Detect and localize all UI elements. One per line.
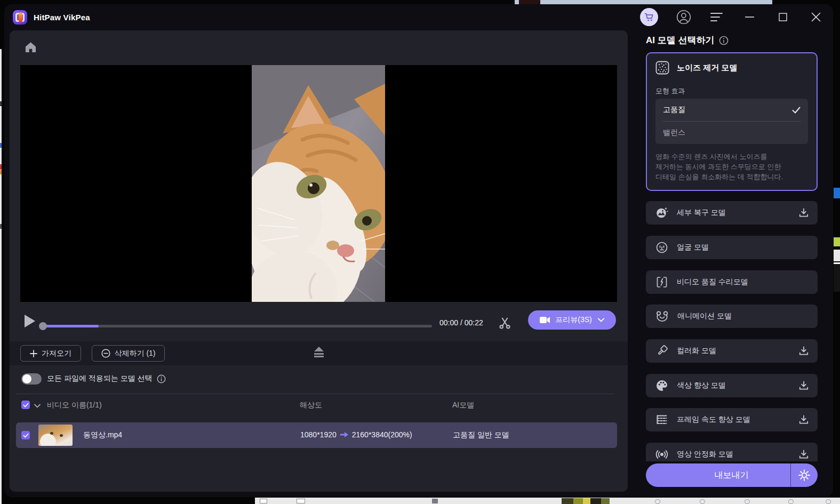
model-item-video-repair[interactable]: 비디오 품질 수리모델 bbox=[646, 270, 818, 294]
model-item-detail-restore[interactable]: 세부 복구 모델 bbox=[646, 201, 818, 225]
background-artifact bbox=[0, 224, 2, 229]
animation-bear-icon bbox=[655, 310, 669, 323]
background-artifact bbox=[260, 499, 267, 503]
detail-restore-icon bbox=[655, 206, 668, 219]
file-name: 동영상.mp4 bbox=[83, 430, 122, 440]
download-icon[interactable] bbox=[798, 449, 809, 460]
export-button[interactable]: 내보내기 bbox=[646, 463, 818, 487]
effect-option-label: 고품질 bbox=[663, 105, 685, 115]
effect-select: 고품질 밸런스 bbox=[655, 99, 808, 144]
delete-button[interactable]: 삭제하기 (1) bbox=[92, 345, 165, 362]
download-icon[interactable] bbox=[798, 346, 809, 356]
minimize-icon bbox=[745, 16, 755, 18]
sidebar-title: AI 모델 선택하기 bbox=[646, 34, 714, 46]
plus-icon bbox=[30, 350, 37, 357]
progress-handle[interactable] bbox=[39, 322, 47, 330]
model-item-label: 색상 향상 모델 bbox=[677, 381, 798, 390]
background-artifact bbox=[0, 143, 2, 148]
background-artifact bbox=[700, 499, 705, 504]
store-cart-button[interactable] bbox=[640, 8, 658, 26]
background-strip-top bbox=[515, 0, 772, 4]
download-icon[interactable] bbox=[798, 380, 809, 391]
background-artifact bbox=[590, 498, 601, 504]
background-artifact bbox=[297, 499, 305, 503]
video-frame-cat bbox=[252, 65, 385, 302]
video-camera-icon bbox=[540, 316, 550, 324]
app-window: HitPaw VikPea bbox=[4, 4, 833, 497]
model-effect-label: 모형 효과 bbox=[655, 86, 685, 96]
import-button[interactable]: 가져오기 bbox=[20, 345, 81, 362]
effect-option-balance[interactable]: 밸런스 bbox=[655, 122, 808, 144]
apply-all-toggle[interactable] bbox=[21, 373, 42, 385]
delete-button-label: 삭제하기 (1) bbox=[115, 349, 156, 358]
selected-model-card[interactable]: 노이즈 제거 모델 모형 효과 고품질 밸런스 영화 수준의 렌즈 사진에서 노… bbox=[646, 52, 818, 191]
model-description: 영화 수준의 렌즈 사진에서 노이즈를 제거하는 동시에 과도한 스무딩으로 인… bbox=[655, 151, 810, 182]
app-title: HitPaw VikPea bbox=[34, 13, 90, 22]
minimize-button[interactable] bbox=[742, 10, 757, 25]
background-artifact bbox=[834, 188, 840, 198]
background-artifact bbox=[519, 0, 540, 4]
background-artifact bbox=[745, 499, 750, 504]
palette-icon bbox=[655, 379, 668, 392]
model-item-frame-rate[interactable]: 프레임 속도 향상 모델 bbox=[646, 408, 818, 431]
model-item-label: 세부 복구 모델 bbox=[677, 208, 798, 218]
expand-rows-chevron[interactable] bbox=[34, 404, 41, 408]
model-item-face[interactable]: 얼굴 모델 bbox=[646, 236, 818, 259]
time-display: 00:00 / 00:22 bbox=[439, 318, 483, 327]
info-icon[interactable] bbox=[719, 36, 729, 45]
download-icon[interactable] bbox=[798, 207, 809, 218]
background-artifact bbox=[826, 499, 831, 504]
model-item-colorize[interactable]: 컬러화 모델 bbox=[646, 339, 818, 363]
cart-icon bbox=[644, 12, 654, 22]
column-header-name: 비디오 이름(1/1) bbox=[47, 401, 102, 410]
export-settings-button[interactable] bbox=[790, 463, 818, 487]
preview-button[interactable]: 프리뷰(3S) bbox=[528, 310, 616, 330]
play-button[interactable] bbox=[23, 314, 36, 329]
row-checkbox[interactable] bbox=[21, 431, 30, 439]
preview-button-label: 프리뷰(3S) bbox=[555, 315, 591, 325]
play-icon bbox=[23, 314, 36, 329]
check-icon bbox=[792, 107, 801, 114]
trim-button[interactable] bbox=[498, 316, 511, 330]
download-icon[interactable] bbox=[798, 414, 809, 425]
row-ai-model: 고품질 일반 모델 bbox=[453, 430, 509, 440]
model-item-label: 영상 안정화 모델 bbox=[677, 450, 798, 459]
chevron-down-icon bbox=[598, 318, 604, 322]
background-artifact bbox=[834, 262, 840, 292]
background-artifact bbox=[0, 101, 2, 106]
maximize-button[interactable] bbox=[775, 10, 790, 25]
video-thumbnail bbox=[38, 425, 73, 446]
home-button[interactable] bbox=[23, 40, 38, 54]
arrow-right-icon bbox=[340, 431, 348, 438]
collapse-panel-button[interactable] bbox=[311, 345, 326, 359]
info-icon[interactable] bbox=[157, 374, 166, 383]
background-strip-bottom bbox=[255, 498, 840, 504]
column-header-model: AI모델 bbox=[452, 401, 474, 410]
background-artifact bbox=[562, 498, 573, 504]
select-all-checkbox[interactable] bbox=[21, 401, 30, 409]
video-preview[interactable] bbox=[20, 65, 617, 302]
background-artifact bbox=[0, 170, 2, 174]
close-icon bbox=[811, 12, 821, 22]
account-button[interactable] bbox=[676, 10, 691, 25]
selected-model-label: 노이즈 제거 모델 bbox=[677, 63, 737, 73]
background-artifact bbox=[655, 499, 660, 504]
colorize-brush-icon bbox=[655, 345, 668, 357]
home-icon bbox=[23, 40, 38, 54]
divider bbox=[16, 394, 614, 394]
background-artifact bbox=[601, 498, 610, 504]
face-model-icon bbox=[655, 241, 668, 254]
toggle-knob bbox=[22, 374, 31, 383]
effect-option-high-quality[interactable]: 고품질 bbox=[655, 99, 808, 121]
background-artifact bbox=[834, 237, 840, 246]
menu-button[interactable] bbox=[709, 10, 724, 25]
hamburger-menu-icon bbox=[710, 12, 723, 22]
model-item-animation[interactable]: 애니메이션 모델 bbox=[646, 305, 818, 328]
table-row[interactable]: 동영상.mp4 1080*1920 2160*3840(200%) 고품질 일반… bbox=[16, 422, 617, 448]
titlebar: HitPaw VikPea bbox=[4, 4, 833, 30]
model-item-color-enhance[interactable]: 색상 향상 모델 bbox=[646, 374, 818, 397]
video-repair-icon bbox=[655, 276, 668, 289]
progress-bar[interactable] bbox=[43, 325, 432, 327]
close-button[interactable] bbox=[809, 10, 823, 25]
ai-model-sidebar: AI 모델 선택하기 bbox=[646, 30, 818, 493]
